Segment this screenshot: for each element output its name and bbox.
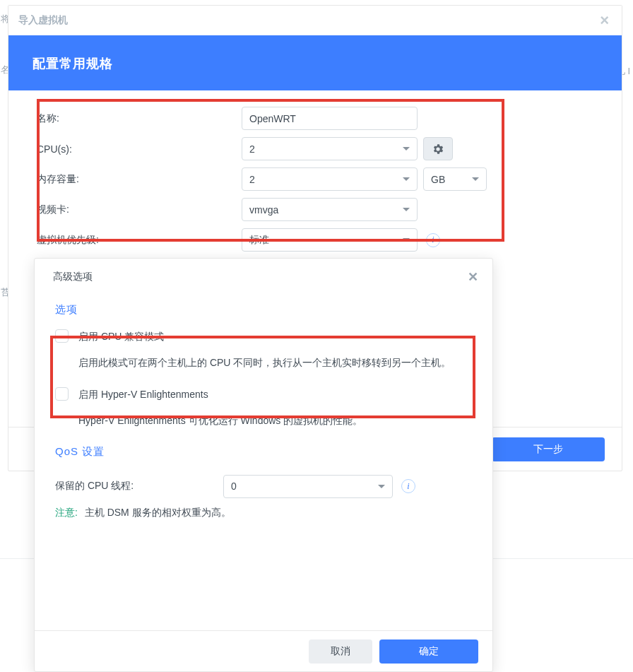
priority-value: 标准 [249, 234, 269, 247]
chevron-down-icon [472, 177, 479, 181]
label-cpu: CPU(s): [37, 143, 242, 155]
cpu-select[interactable]: 2 [242, 137, 418, 160]
note-prefix: 注意: [55, 507, 78, 518]
chevron-down-icon [403, 238, 410, 242]
qos-threads-select[interactable]: 0 [223, 475, 393, 498]
name-field[interactable]: OpenWRT [242, 107, 418, 130]
qos-threads-value: 0 [231, 481, 237, 492]
ok-button[interactable]: 确定 [379, 639, 478, 664]
label-video: 视频卡: [37, 204, 242, 216]
inner-dialog-body: 选项 启用 CPU 兼容模式 启用此模式可在两个主机上的 CPU 不同时，执行从… [35, 295, 492, 630]
advanced-options-dialog: 高级选项 ✕ 选项 启用 CPU 兼容模式 启用此模式可在两个主机上的 CPU … [34, 258, 493, 672]
cpu-advanced-button[interactable] [423, 137, 453, 160]
close-icon[interactable]: × [600, 11, 609, 30]
hyperv-checkbox[interactable] [55, 387, 69, 401]
label-memory: 内存容量: [37, 173, 242, 186]
video-value: vmvga [249, 204, 278, 216]
chevron-down-icon [378, 485, 385, 488]
row-name: 名称: OpenWRT [37, 103, 593, 134]
row-priority: 虚拟机优先级: 标准 i [37, 225, 593, 255]
label-priority: 虚拟机优先级: [37, 234, 242, 247]
info-icon[interactable]: i [401, 479, 415, 493]
inner-dialog-footer: 取消 确定 [35, 630, 492, 671]
memory-unit: GB [431, 174, 445, 185]
row-cpu: CPU(s): 2 [37, 134, 593, 164]
options-section-title: 选项 [55, 303, 472, 317]
inner-dialog-title: 高级选项 [53, 271, 93, 283]
label-qos-threads: 保留的 CPU 线程: [55, 480, 223, 493]
outer-dialog-title: 导入虚拟机 [18, 14, 68, 27]
memory-unit-select[interactable]: GB [423, 167, 487, 191]
step-banner: 配置常用规格 [8, 35, 622, 90]
row-cpu-compat: 启用 CPU 兼容模式 [55, 329, 472, 343]
step-title: 配置常用规格 [32, 55, 598, 72]
cpu-compat-help: 启用此模式可在两个主机上的 CPU 不同时，执行从一个主机实时移转到另一个主机。 [78, 353, 472, 372]
bg-glyph: 元 [16, 644, 27, 658]
memory-value: 2 [249, 174, 255, 185]
label-name: 名称: [37, 112, 242, 125]
chevron-down-icon [403, 177, 410, 181]
row-hyperv: 启用 Hyper-V Enlightenments [55, 387, 472, 401]
hyperv-help: Hyper-V Enlightenments 可优化运行 Windows 的虚拟… [78, 411, 472, 430]
cpu-value: 2 [249, 143, 255, 155]
qos-section-title: QoS 设置 [55, 445, 472, 459]
cancel-button[interactable]: 取消 [309, 639, 372, 664]
highlight-box [50, 336, 475, 418]
chevron-down-icon [403, 208, 410, 211]
video-select[interactable]: vmvga [242, 198, 418, 221]
memory-select[interactable]: 2 [242, 167, 418, 191]
note-row: 注意: 主机 DSM 服务的相对权重为高。 [55, 507, 472, 519]
close-icon[interactable]: ✕ [468, 269, 478, 285]
row-video: 视频卡: vmvga [37, 194, 593, 225]
note-text: 主机 DSM 服务的相对权重为高。 [85, 507, 231, 518]
inner-dialog-header: 高级选项 ✕ [35, 259, 492, 295]
next-button[interactable]: 下一步 [492, 437, 605, 461]
gear-icon [432, 143, 444, 155]
cpu-compat-label: 启用 CPU 兼容模式 [78, 329, 164, 343]
info-icon[interactable]: i [426, 233, 440, 247]
row-qos-threads: 保留的 CPU 线程: 0 i [55, 471, 472, 501]
cpu-compat-checkbox[interactable] [55, 329, 69, 343]
priority-select[interactable]: 标准 [242, 228, 418, 252]
chevron-down-icon [403, 147, 410, 151]
hyperv-label: 启用 Hyper-V Enlightenments [78, 387, 208, 401]
outer-dialog-header: 导入虚拟机 × [8, 6, 622, 35]
row-memory: 内存容量: 2 GB [37, 164, 593, 194]
